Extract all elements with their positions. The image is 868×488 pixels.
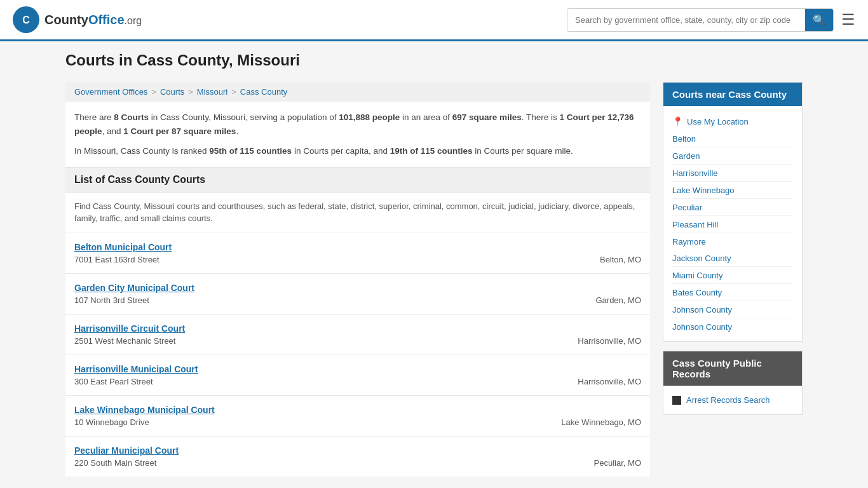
sidebar-county-item: Bates County xyxy=(672,284,793,301)
sidebar: Courts near Cass County 📍 Use My Locatio… xyxy=(663,82,803,477)
use-my-location-label: Use My Location xyxy=(687,117,749,126)
hamburger-menu-icon[interactable]: ☰ xyxy=(841,11,855,29)
sidebar-city-link[interactable]: Pleasant Hill xyxy=(672,220,718,229)
court-location: Belton, MO xyxy=(600,255,641,264)
court-item: Lake Winnebago Municipal Court 10 Winneb… xyxy=(65,396,650,437)
sidebar-city-link[interactable]: Peculiar xyxy=(672,203,702,212)
breadcrumb: Government Offices > Courts > Missouri >… xyxy=(65,82,650,102)
court-item: Garden City Municipal Court 107 North 3r… xyxy=(65,274,650,315)
sidebar-city-item: Peculiar xyxy=(672,199,793,216)
public-records-title: Cass County Public Records xyxy=(663,351,802,386)
court-item: Harrisonville Municipal Court 300 East P… xyxy=(65,355,650,396)
breadcrumb-separator-1: > xyxy=(151,87,156,97)
sidebar-city-link[interactable]: Raymore xyxy=(672,237,706,247)
court-location: Lake Winnebago, MO xyxy=(561,417,641,427)
rank-capita: 95th of 115 counties xyxy=(209,146,292,156)
court-address: 220 South Main Street xyxy=(74,458,156,468)
nearby-courts-box: Courts near Cass County 📍 Use My Locatio… xyxy=(663,82,803,342)
court-details: 2501 West Mechanic Street Harrisonville,… xyxy=(74,336,641,346)
site-header: C CountyOffice.org 🔍 ☰ xyxy=(0,0,868,41)
sidebar-county-link[interactable]: Miami County xyxy=(672,271,722,280)
court-location: Harrisonville, MO xyxy=(578,377,641,386)
court-name[interactable]: Harrisonville Circuit Court xyxy=(74,323,641,334)
breadcrumb-link-missouri[interactable]: Missouri xyxy=(197,87,227,97)
city-links-list: BeltonGardenHarrisonvilleLake WinnebagoP… xyxy=(672,130,793,250)
public-records-item: Arrest Records Search xyxy=(672,392,793,408)
public-records-box: Cass County Public Records Arrest Record… xyxy=(663,351,803,415)
sidebar-county-link[interactable]: Bates County xyxy=(672,288,722,297)
sidebar-county-link[interactable]: Jackson County xyxy=(672,254,731,263)
breadcrumb-separator-3: > xyxy=(231,87,236,97)
breadcrumb-link-cass-county[interactable]: Cass County xyxy=(240,87,287,97)
court-name[interactable]: Harrisonville Municipal Court xyxy=(74,364,641,374)
main-container: Government Offices > Courts > Missouri >… xyxy=(53,69,815,488)
court-address: 300 East Pearl Street xyxy=(74,377,153,386)
sidebar-city-item: Garden xyxy=(672,147,793,165)
court-item: Peculiar Municipal Court 220 South Main … xyxy=(65,437,650,477)
logo-icon: C xyxy=(13,6,39,33)
area: 697 square miles xyxy=(452,112,522,122)
court-details: 300 East Pearl Street Harrisonville, MO xyxy=(74,377,641,386)
description-line-2: In Missouri, Cass County is ranked 95th … xyxy=(74,144,641,158)
breadcrumb-link-gov-offices[interactable]: Government Offices xyxy=(74,87,147,97)
court-name[interactable]: Lake Winnebago Municipal Court xyxy=(74,405,641,415)
page-title-area: Courts in Cass County, Missouri xyxy=(53,41,815,69)
county-links-list: Jackson CountyMiami CountyBates CountyJo… xyxy=(672,250,793,335)
record-icon xyxy=(672,396,681,405)
sidebar-county-link[interactable]: Johnson County xyxy=(672,305,732,315)
logo-text: CountyOffice.org xyxy=(44,13,142,27)
sidebar-city-item: Belton xyxy=(672,130,793,147)
court-location: Garden, MO xyxy=(595,295,641,305)
sidebar-county-item: Miami County xyxy=(672,267,793,284)
sidebar-city-link[interactable]: Garden xyxy=(672,151,700,161)
sidebar-city-item: Harrisonville xyxy=(672,165,793,182)
sidebar-city-link[interactable]: Belton xyxy=(672,134,696,144)
logo-area: C CountyOffice.org xyxy=(13,6,142,33)
court-details: 220 South Main Street Peculiar, MO xyxy=(74,458,641,468)
list-description: Find Cass County, Missouri courts and co… xyxy=(65,193,650,233)
logo-office: Office xyxy=(88,13,125,27)
sidebar-city-link[interactable]: Harrisonville xyxy=(672,168,718,178)
sidebar-county-item: Johnson County xyxy=(672,301,793,318)
court-details: 7001 East 163rd Street Belton, MO xyxy=(74,255,641,264)
court-location: Peculiar, MO xyxy=(594,458,641,468)
sidebar-county-link[interactable]: Johnson County xyxy=(672,322,732,332)
court-item: Harrisonville Circuit Court 2501 West Me… xyxy=(65,315,650,355)
court-details: 10 Winnebago Drive Lake Winnebago, MO xyxy=(74,417,641,427)
breadcrumb-link-courts[interactable]: Courts xyxy=(160,87,184,97)
per-sqmile: 1 Court per 87 square miles xyxy=(123,126,236,136)
court-name[interactable]: Garden City Municipal Court xyxy=(74,283,641,293)
rank-sqmile: 19th of 115 counties xyxy=(390,146,473,156)
court-address: 107 North 3rd Street xyxy=(74,295,149,305)
content-area: Government Offices > Courts > Missouri >… xyxy=(65,82,650,477)
sidebar-city-item: Lake Winnebago xyxy=(672,182,793,199)
svg-text:C: C xyxy=(22,15,30,25)
sidebar-city-item: Pleasant Hill xyxy=(672,216,793,233)
use-my-location-button[interactable]: 📍 Use My Location xyxy=(672,112,793,130)
court-name[interactable]: Belton Municipal Court xyxy=(74,242,641,252)
court-address: 2501 West Mechanic Street xyxy=(74,336,175,346)
court-item: Belton Municipal Court 7001 East 163rd S… xyxy=(65,233,650,274)
description-section: There are 8 Courts in Cass County, Misso… xyxy=(65,102,650,168)
courts-count: 8 Courts xyxy=(114,112,149,122)
public-records-link[interactable]: Arrest Records Search xyxy=(686,395,770,405)
court-location: Harrisonville, MO xyxy=(578,336,641,346)
nearby-courts-title: Courts near Cass County xyxy=(663,83,802,106)
description-line-1: There are 8 Courts in Cass County, Misso… xyxy=(74,111,641,138)
search-button[interactable]: 🔍 xyxy=(805,9,833,31)
nearby-courts-content: 📍 Use My Location BeltonGardenHarrisonvi… xyxy=(663,106,802,341)
sidebar-county-item: Johnson County xyxy=(672,318,793,335)
public-records-content: Arrest Records Search xyxy=(663,386,802,414)
sidebar-city-link[interactable]: Lake Winnebago xyxy=(672,186,735,195)
search-input[interactable] xyxy=(567,10,805,30)
court-address: 7001 East 163rd Street xyxy=(74,255,159,264)
logo-org: .org xyxy=(125,15,142,26)
sidebar-county-item: Jackson County xyxy=(672,250,793,267)
courts-list: Belton Municipal Court 7001 East 163rd S… xyxy=(65,233,650,477)
header-right: 🔍 ☰ xyxy=(567,8,855,32)
sidebar-city-item: Raymore xyxy=(672,233,793,250)
page-title: Courts in Cass County, Missouri xyxy=(65,51,803,69)
court-details: 107 North 3rd Street Garden, MO xyxy=(74,295,641,305)
court-name[interactable]: Peculiar Municipal Court xyxy=(74,445,641,456)
location-icon: 📍 xyxy=(672,116,683,126)
